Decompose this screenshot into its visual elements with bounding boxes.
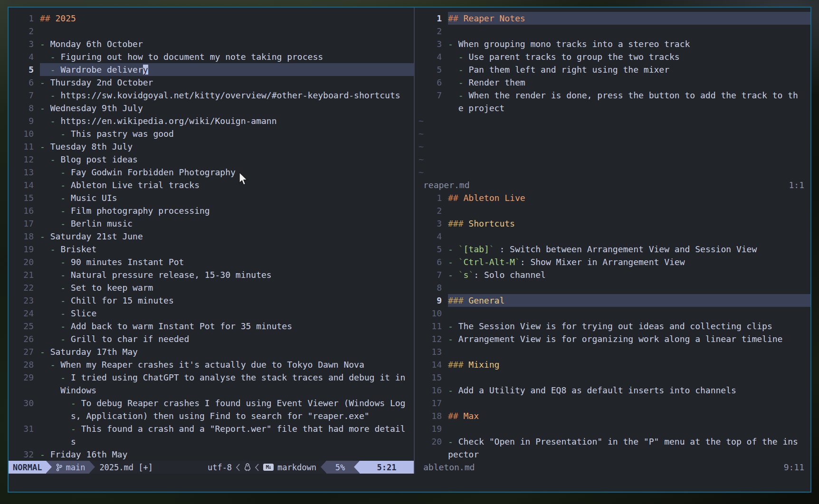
editor-line[interactable]: 14 - Ableton Live trial tracks (9, 179, 414, 191)
editor-line[interactable]: 6 - Render them (417, 76, 810, 89)
editor-line[interactable]: 20- Check "Open in Presentation" in the … (417, 435, 810, 448)
editor-line[interactable]: 18- Saturday 21st June (9, 230, 414, 243)
line-number: 6 (417, 256, 448, 268)
editor-line[interactable]: 12- Arrangement View is for organizing w… (417, 333, 810, 345)
editor-line[interactable]: 25 - Add back to warm Instant Pot for 35… (9, 320, 414, 333)
editor-line[interactable]: 2 (417, 25, 810, 38)
line-number: 26 (9, 333, 40, 345)
editor-line[interactable]: 5 - Wardrobe delivery (9, 63, 414, 76)
editor-line[interactable]: 29 - I tried using ChatGPT to analyse th… (9, 371, 414, 384)
editor-line[interactable]: 13 - Fay Godwin Forbidden Photography (9, 166, 414, 179)
editor-line[interactable]: 6- Thursday 2nd October (9, 76, 414, 89)
editor-line[interactable]: 4 - Use parent tracks to group the two t… (417, 50, 810, 63)
editor-line[interactable]: 26 - Grill to char if needed (9, 333, 414, 345)
chevron-left-icon (236, 463, 240, 472)
editor-line[interactable]: 20 - 90 minutes Instant Pot (9, 256, 414, 268)
line-text: - When the render is done, press the but… (448, 89, 810, 102)
line-number: 21 (9, 268, 40, 281)
editor-line[interactable]: 5 - Pan them left and right using the mi… (417, 63, 810, 76)
editor-line[interactable]: s (9, 435, 414, 448)
editor-line[interactable]: 24 - Slice (9, 307, 414, 320)
editor-line[interactable]: 18## Max (417, 409, 810, 422)
window-statusline: reaper.md1:1 (417, 179, 810, 191)
editor-line[interactable]: s, Application) then using Find to searc… (9, 409, 414, 422)
editor-line[interactable]: 14### Mixing (417, 358, 810, 371)
line-text: ## 2025 (40, 12, 414, 25)
editor-line[interactable]: 7- `s`: Solo channel (417, 268, 810, 281)
line-text: - Friday 16th May (40, 448, 414, 461)
editor-line[interactable]: 8- Wednesday 9th July (9, 102, 414, 114)
editor-line[interactable]: 11- Tuesday 8th July (9, 140, 414, 153)
line-text (448, 204, 810, 217)
line-text: - Render them (448, 76, 810, 89)
git-branch-segment[interactable]: main (52, 461, 89, 474)
line-text: Windows (40, 384, 414, 397)
editor-line[interactable]: 32- Friday 16th May (9, 448, 414, 461)
fileinfo-segment: utf-8 M↓ markdown (203, 461, 321, 474)
buffer-2025[interactable]: 1## 202523- Monday 6th October4 - Figuri… (9, 12, 414, 461)
editor-line[interactable]: 8 (417, 281, 810, 294)
editor-line[interactable]: 15 (417, 371, 810, 384)
editor-line[interactable]: 30 - To debug Reaper crashes I found usi… (9, 397, 414, 409)
editor-line[interactable]: 3- Monday 6th October (9, 38, 414, 50)
editor-pane-left[interactable]: 1## 202523- Monday 6th October4 - Figuri… (9, 8, 414, 474)
line-text: - Slice (40, 307, 414, 320)
line-number: 1 (9, 12, 40, 25)
editor-area: 1## 202523- Monday 6th October4 - Figuri… (9, 8, 810, 474)
line-text: s (40, 435, 414, 448)
line-text (448, 230, 810, 243)
line-number: 12 (417, 333, 448, 345)
editor-line[interactable]: e project (417, 102, 810, 114)
editor-line[interactable]: 9### General (417, 294, 810, 307)
editor-line[interactable]: 7 - When the render is done, press the b… (417, 89, 810, 102)
editor-line[interactable]: 2 (9, 25, 414, 38)
editor-line[interactable]: 22 - Set to keep warm (9, 281, 414, 294)
line-text: - To debug Reaper crashes I found using … (40, 397, 414, 409)
editor-line[interactable]: 1## Reaper Notes (417, 12, 810, 25)
editor-line[interactable]: 21 - Natural pressure release, 15-30 min… (9, 268, 414, 281)
editor-line[interactable]: Windows (9, 384, 414, 397)
line-number: 1 (417, 12, 448, 25)
line-number: 3 (417, 217, 448, 230)
editor-line[interactable]: 4 - Figuring out how to document my note… (9, 50, 414, 63)
editor-line[interactable]: 31 - This found a crash and a "Report.we… (9, 422, 414, 435)
filename-segment[interactable]: 2025.md [+] (95, 461, 157, 474)
editor-line[interactable]: 10 - This pastry was good (9, 127, 414, 140)
editor-line[interactable]: 3### Shortcuts (417, 217, 810, 230)
editor-line[interactable]: 9 - https://en.wikipedia.org/wiki/Kouign… (9, 114, 414, 127)
editor-line[interactable]: 17 (417, 397, 810, 409)
editor-line[interactable]: 15 - Music UIs (9, 191, 414, 204)
editor-line[interactable]: 7 - https://sw.kovidgoyal.net/kitty/over… (9, 89, 414, 102)
editor-line[interactable]: 19 - Brisket (9, 243, 414, 256)
editor-line[interactable]: pector (417, 448, 810, 461)
statusline-position: 9:11 (784, 461, 804, 474)
editor-line[interactable]: 27- Saturday 17th May (9, 345, 414, 358)
editor-line[interactable]: 16 - Film photography processing (9, 204, 414, 217)
line-text: - When my Reaper crashes it's actually d… (40, 358, 414, 371)
editor-line[interactable]: 11- The Session View is for trying out i… (417, 320, 810, 333)
editor-line[interactable]: 19 (417, 422, 810, 435)
editor-line[interactable]: 28 - When my Reaper crashes it's actuall… (9, 358, 414, 371)
editor-line[interactable]: 16- Add a Utility and EQ8 as default ins… (417, 384, 810, 397)
editor-line[interactable]: 17 - Berlin music (9, 217, 414, 230)
editor-line[interactable]: 5- `[tab]` : Switch between Arrangement … (417, 243, 810, 256)
line-text: - Blog post ideas (40, 153, 414, 166)
linux-tux-icon (244, 463, 251, 471)
editor-line[interactable]: 10 (417, 307, 810, 320)
line-text: ## Reaper Notes (448, 12, 810, 25)
editor-line[interactable]: 6- `Ctrl-Alt-M`: Show Mixer in Arrangeme… (417, 256, 810, 268)
statusbar: NORMAL main 2025.md [+] (9, 461, 414, 474)
editor-line[interactable]: 3- When grouping mono tracks into a ster… (417, 38, 810, 50)
editor-line[interactable]: 2 (417, 204, 810, 217)
line-text: - The Session View is for trying out ide… (448, 320, 810, 333)
editor-line[interactable]: 13 (417, 345, 810, 358)
window-statusline: ableton.md9:11 (417, 461, 810, 474)
editor-line[interactable]: 4 (417, 230, 810, 243)
editor-line[interactable]: 23 - Chill for 15 minutes (9, 294, 414, 307)
editor-pane-right[interactable]: 1## Reaper Notes23- When grouping mono t… (415, 8, 810, 474)
editor-line[interactable]: 1## 2025 (9, 12, 414, 25)
editor-line[interactable]: 12 - Blog post ideas (9, 153, 414, 166)
line-text: - Tuesday 8th July (40, 140, 414, 153)
editor-line[interactable]: 1## Ableton Live (417, 191, 810, 204)
line-number: 22 (9, 281, 40, 294)
